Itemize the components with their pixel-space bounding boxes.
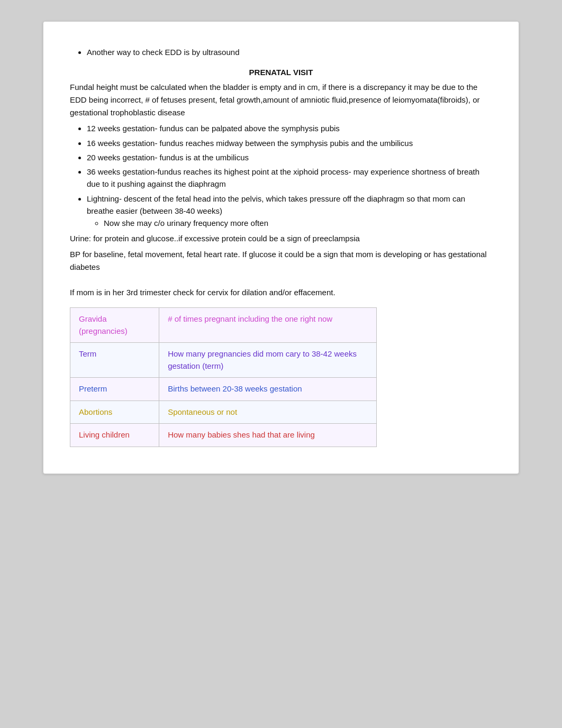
table-row: Gravida (pregnancies)# of times pregnant… <box>70 308 377 343</box>
table-label: Gravida (pregnancies) <box>70 308 159 343</box>
section-title: PRENATAL VISIT <box>70 68 492 77</box>
bp-text: BP for baseline, fetal movement, fetal h… <box>70 248 492 274</box>
bullet-lightning: Lightning- descent of the fetal head int… <box>87 193 492 230</box>
bullet-16wk: 16 weeks gestation- fundus reaches midwa… <box>87 137 492 149</box>
table-row: TermHow many pregnancies did mom cary to… <box>70 343 377 378</box>
bullet-36wk: 36 weeks gestation-fundus reaches its hi… <box>87 166 492 190</box>
urine-text: Urine: for protein and glucose..if exces… <box>70 232 492 245</box>
table-row: Living childrenHow many babies shes had … <box>70 424 377 447</box>
table-desc: How many babies shes had that are living <box>159 424 377 447</box>
page-card: Another way to check EDD is by ultrasoun… <box>43 21 519 474</box>
table-desc: Births between 20-38 weeks gestation <box>159 378 377 401</box>
table-label: Abortions <box>70 401 159 424</box>
table-label: Term <box>70 343 159 378</box>
table-row: PretermBirths between 20-38 weeks gestat… <box>70 378 377 401</box>
table-label: Living children <box>70 424 159 447</box>
gtpal-table: Gravida (pregnancies)# of times pregnant… <box>70 307 377 447</box>
trimester-text: If mom is in her 3rd trimester check for… <box>70 286 492 299</box>
table-desc: Spontaneous or not <box>159 401 377 424</box>
fundal-text: Fundal height must be calculated when th… <box>70 81 492 119</box>
sub-bullet-urinary: Now she may c/o urinary frequency more o… <box>104 217 492 229</box>
intro-bullet: Another way to check EDD is by ultrasoun… <box>87 46 492 58</box>
table-row: AbortionsSpontaneous or not <box>70 401 377 424</box>
table-label: Preterm <box>70 378 159 401</box>
table-desc: How many pregnancies did mom cary to 38-… <box>159 343 377 378</box>
bullet-12wk: 12 weeks gestation- fundus can be palpat… <box>87 122 492 134</box>
gestation-bullets: 12 weeks gestation- fundus can be palpat… <box>87 122 492 229</box>
table-desc: # of times pregnant including the one ri… <box>159 308 377 343</box>
bullet-20wk: 20 weeks gestation- fundus is at the umb… <box>87 151 492 163</box>
